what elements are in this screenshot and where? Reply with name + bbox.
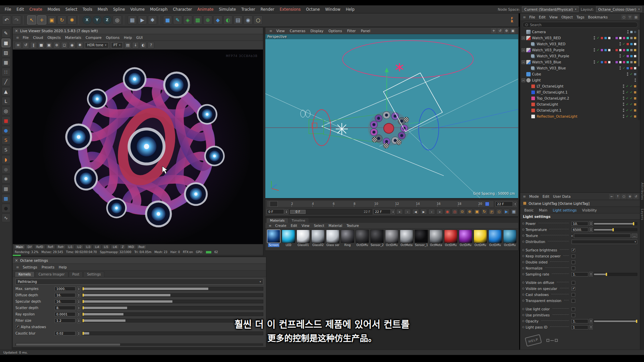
- tag-chip[interactable]: [634, 91, 637, 94]
- goto-end-button[interactable]: »: [436, 209, 443, 215]
- tag-chip[interactable]: [608, 61, 611, 64]
- object-watch-v03-red[interactable]: Watch_V03_RED✓: [520, 41, 640, 47]
- material-menu-view[interactable]: View: [300, 224, 312, 228]
- vertical-scrollbar[interactable]: [638, 29, 640, 120]
- menu-modes[interactable]: Modes: [45, 7, 63, 12]
- keyframe-selection-icon[interactable]: ⊙: [459, 209, 465, 215]
- close-icon[interactable]: ×: [15, 28, 18, 33]
- enabled-check[interactable]: ✓: [626, 97, 629, 100]
- toggle-view-icon[interactable]: ▣: [510, 28, 516, 34]
- value-field-diffuse-depth[interactable]: 16.: [55, 293, 75, 297]
- editor-visibility-dot[interactable]: [623, 109, 624, 110]
- autokey-icon[interactable]: ◎: [452, 209, 458, 215]
- panel-tab-timeline[interactable]: Timeline: [288, 218, 309, 223]
- redo-icon[interactable]: ↷: [12, 15, 21, 24]
- snap-icon[interactable]: ◎: [2, 107, 10, 115]
- value-field-ray-epsilon[interactable]: 0.0001: [55, 312, 75, 316]
- object-watch-v03-blue[interactable]: −Watch_V03_Blue✓: [520, 59, 640, 65]
- workplane-mode-icon[interactable]: ▦: [2, 58, 10, 67]
- object-octanelight[interactable]: OctaneLight✓✓: [520, 101, 640, 107]
- browse-button[interactable]: ...: [632, 234, 637, 238]
- menu-animate[interactable]: Animate: [195, 7, 216, 12]
- checkbox-double-sided[interactable]: [572, 260, 575, 264]
- menu-icon[interactable]: ≡: [15, 36, 20, 40]
- timeline-ruler[interactable]: 02468101214161820: [267, 200, 494, 207]
- menu-file[interactable]: File: [2, 7, 14, 12]
- spinner[interactable]: [589, 272, 593, 277]
- collapse-icon[interactable]: −: [522, 60, 525, 64]
- value-power[interactable]: 10.: [572, 222, 588, 226]
- parameter-key-icon[interactable]: Ⓟ: [489, 209, 495, 215]
- goto-start-button[interactable]: «: [396, 209, 403, 215]
- end-frame-field[interactable]: 22 F: [495, 201, 517, 206]
- edges-mode-icon[interactable]: ╱: [2, 77, 10, 86]
- octane-menu-settings[interactable]: Settings: [21, 265, 39, 269]
- render-picture-viewer-icon[interactable]: ▶: [138, 15, 147, 24]
- render-visibility-dot[interactable]: [594, 38, 595, 40]
- material-item-led-1[interactable]: LED: [281, 230, 296, 249]
- editor-visibility-dot[interactable]: [623, 115, 624, 116]
- render-visibility-dot[interactable]: [620, 56, 621, 58]
- slider-power[interactable]: [594, 222, 637, 225]
- render-visibility-dot[interactable]: [635, 80, 636, 82]
- attribute-tab-light-settings[interactable]: Light settings: [553, 208, 577, 212]
- viewport-menu-panel[interactable]: Panel: [359, 29, 373, 33]
- add-cloner-icon[interactable]: ▩: [193, 15, 202, 24]
- object-light[interactable]: −Light: [520, 77, 640, 83]
- enabled-check[interactable]: ✓: [596, 48, 600, 52]
- points-mode-icon[interactable]: ∷: [2, 68, 10, 76]
- pass-tab-dif[interactable]: Dif: [25, 245, 34, 249]
- render-visibility-dot[interactable]: [623, 93, 624, 94]
- render-settings-icon[interactable]: ✱: [76, 42, 83, 49]
- tag-chip[interactable]: [634, 31, 637, 34]
- editor-visibility-dot[interactable]: [623, 90, 624, 92]
- tag-chip[interactable]: [626, 61, 629, 64]
- material-item-octdiffu-15[interactable]: OctDiffu: [488, 230, 502, 249]
- slider-handle[interactable]: [83, 300, 84, 303]
- material-item-octdiffu-12[interactable]: OctDiffu: [444, 230, 458, 249]
- back-arrow-icon[interactable]: ←: [609, 194, 614, 199]
- viewport-menu-display[interactable]: Display: [308, 29, 326, 33]
- viewport-menu-options[interactable]: Options: [326, 29, 344, 33]
- material-item-octdiffu-16[interactable]: OctDiffu: [503, 230, 517, 249]
- editor-visibility-dot[interactable]: [594, 36, 595, 38]
- prev-frame-button[interactable]: ◀: [412, 209, 419, 215]
- am-menu-edit[interactable]: Edit: [541, 194, 551, 198]
- live-viewer-titlebar[interactable]: × Live Viewer Studio 2020.1.5-R3 (7 days…: [13, 27, 263, 34]
- tag-chip[interactable]: [634, 73, 637, 76]
- scale-tool-icon[interactable]: ▣: [47, 15, 56, 24]
- anim-toggle[interactable]: [522, 229, 524, 231]
- camera-sync-icon[interactable]: ◉: [69, 42, 75, 49]
- checkbox-transparent-emission[interactable]: [572, 299, 575, 303]
- filter-icon[interactable]: ▽: [627, 14, 633, 20]
- axis-mode-icon[interactable]: L: [2, 97, 10, 106]
- spinner[interactable]: [77, 306, 80, 310]
- enabled-check[interactable]: ✓: [622, 42, 626, 46]
- next-frame-button[interactable]: ›: [428, 209, 435, 215]
- enabled-check[interactable]: ✓: [626, 115, 629, 118]
- collapse-icon[interactable]: −: [522, 36, 525, 40]
- refresh-icon[interactable]: ↺: [633, 194, 639, 199]
- kernel-type-select[interactable]: Pathtracing ▾: [15, 279, 263, 285]
- octane-settings-titlebar[interactable]: × Octane settings: [13, 257, 266, 264]
- pick-focus-icon[interactable]: ⊕: [53, 42, 60, 49]
- tag-chip[interactable]: [634, 55, 637, 58]
- object-reflection-octanelight[interactable]: Reflection_OctaneLight✓✓: [520, 113, 640, 119]
- editor-visibility-dot[interactable]: [620, 66, 621, 68]
- sphere-blue-icon[interactable]: ●: [2, 126, 10, 135]
- slider-handle[interactable]: [83, 294, 84, 297]
- editor-visibility-dot[interactable]: [635, 78, 636, 80]
- spinner[interactable]: [77, 293, 80, 298]
- render-visibility-dot[interactable]: [623, 105, 624, 106]
- value-field-specular-depth[interactable]: 16.: [55, 299, 75, 304]
- material-item-octdiffu-14[interactable]: OctDiffu: [473, 230, 487, 249]
- spinner[interactable]: [77, 299, 80, 304]
- material-item-octdiffu-13[interactable]: OctDiffu: [459, 230, 473, 249]
- zoom-view-icon[interactable]: ⊕: [504, 28, 509, 34]
- view-options-icon[interactable]: ▤: [633, 14, 639, 20]
- editor-visibility-dot[interactable]: [620, 42, 621, 44]
- object-watch-v03-red[interactable]: −Watch_V03_RED✓: [520, 35, 640, 41]
- render-visibility-dot[interactable]: [620, 68, 621, 70]
- enabled-check[interactable]: ✓: [626, 109, 629, 112]
- add-light-icon[interactable]: ○: [254, 15, 263, 24]
